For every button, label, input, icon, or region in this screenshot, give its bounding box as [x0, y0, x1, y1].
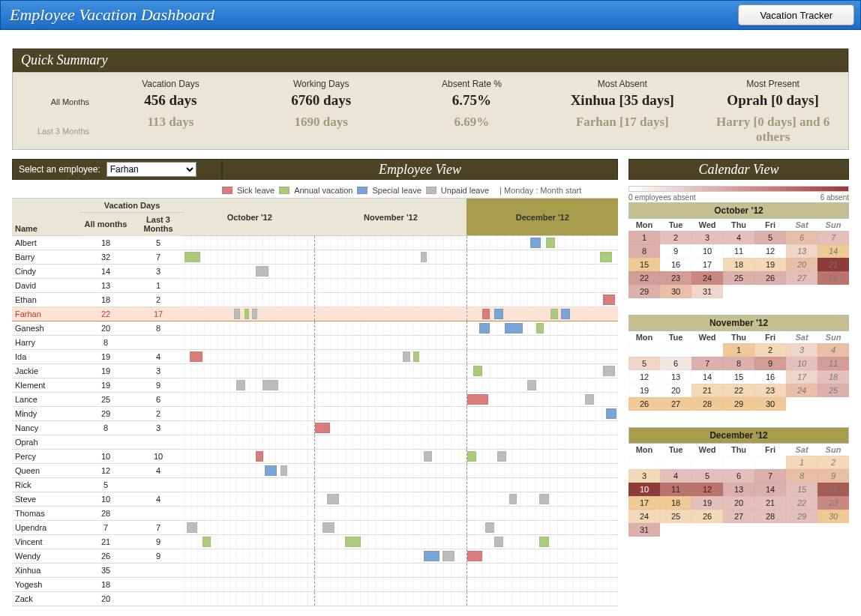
calendar-day[interactable]: 14	[754, 483, 786, 496]
employee-row[interactable]: Yogesh18	[12, 578, 618, 592]
calendar-day[interactable]: 9	[660, 244, 692, 258]
calendar-day[interactable]: 4	[723, 231, 754, 244]
calendar-day[interactable]: 27	[723, 510, 754, 523]
calendar-day[interactable]: 14	[818, 244, 849, 258]
calendar-day[interactable]: 3	[692, 231, 723, 244]
calendar-day[interactable]: 3	[628, 469, 660, 483]
calendar-day[interactable]: 16	[818, 483, 849, 496]
calendar-day[interactable]: 10	[692, 244, 723, 258]
calendar-day[interactable]: 5	[628, 357, 660, 370]
calendar-day[interactable]: 7	[692, 357, 723, 370]
calendar-day[interactable]: 8	[723, 357, 754, 370]
calendar-day[interactable]: 16	[660, 258, 692, 271]
calendar-day[interactable]: 19	[754, 258, 786, 271]
calendar-day[interactable]: 12	[754, 244, 786, 258]
calendar-day[interactable]: 18	[660, 496, 692, 510]
employee-select[interactable]: AlbertBarryCindyDavidEthanFarhanGaneshHa…	[106, 162, 196, 177]
calendar-day[interactable]: 29	[786, 510, 818, 523]
calendar-day[interactable]: 5	[692, 469, 723, 483]
calendar-day[interactable]: 7	[754, 469, 786, 483]
calendar-day[interactable]: 22	[723, 384, 754, 397]
calendar-day[interactable]: 10	[786, 357, 818, 370]
calendar-day[interactable]: 21	[754, 496, 786, 510]
calendar-day[interactable]: 29	[628, 285, 660, 298]
employee-row[interactable]: Ethan182	[12, 293, 618, 307]
calendar-day[interactable]: 30	[660, 285, 692, 298]
calendar-day[interactable]: 21	[692, 384, 723, 397]
employee-row[interactable]: David131	[12, 279, 618, 293]
calendar-day[interactable]: 13	[786, 244, 818, 258]
calendar-day[interactable]: 25	[818, 384, 849, 397]
employee-row[interactable]: Wendy269	[12, 549, 618, 564]
calendar-day[interactable]: 15	[786, 483, 818, 496]
calendar-day[interactable]: 30	[818, 510, 849, 523]
calendar-day[interactable]: 25	[660, 510, 692, 523]
calendar-day[interactable]: 1	[786, 456, 818, 469]
calendar-day[interactable]: 10	[628, 483, 660, 496]
employee-row[interactable]: Ganesh208	[12, 321, 618, 336]
calendar-day[interactable]: 17	[628, 496, 660, 510]
calendar-day[interactable]: 26	[628, 397, 660, 411]
employee-row[interactable]: Zack20	[12, 592, 618, 606]
calendar-day[interactable]: 4	[818, 343, 849, 357]
vacation-tracker-button[interactable]: Vacation Tracker	[738, 4, 854, 25]
calendar-day[interactable]: 14	[692, 370, 723, 384]
calendar-day[interactable]: 2	[818, 456, 849, 469]
calendar-day[interactable]: 19	[692, 496, 723, 510]
calendar-day[interactable]: 25	[723, 271, 754, 285]
calendar-day[interactable]: 19	[628, 384, 660, 397]
employee-row[interactable]: Upendra77	[12, 521, 618, 535]
calendar-day[interactable]: 31	[628, 523, 660, 537]
employee-row[interactable]: Harry8	[12, 336, 618, 350]
calendar-day[interactable]: 1	[628, 231, 660, 244]
calendar-day[interactable]: 9	[754, 357, 786, 370]
employee-row[interactable]: Percy1010	[12, 450, 618, 464]
calendar-day[interactable]: 17	[786, 370, 818, 384]
employee-row[interactable]: Queen124	[12, 464, 618, 478]
employee-row[interactable]: Barry327	[12, 250, 618, 265]
employee-row[interactable]: Rick5	[12, 478, 618, 492]
calendar-day[interactable]: 2	[754, 343, 786, 357]
calendar-day[interactable]: 24	[786, 384, 818, 397]
employee-row[interactable]: Vincent219	[12, 535, 618, 549]
calendar-day[interactable]: 8	[628, 244, 660, 258]
calendar-day[interactable]: 9	[818, 469, 849, 483]
calendar-day[interactable]: 11	[660, 483, 692, 496]
calendar-day[interactable]: 22	[786, 496, 818, 510]
calendar-day[interactable]: 23	[818, 496, 849, 510]
calendar-day[interactable]: 15	[628, 258, 660, 271]
calendar-day[interactable]: 6	[786, 231, 818, 244]
calendar-day[interactable]: 30	[754, 397, 786, 411]
employee-row[interactable]: Albert185	[12, 236, 618, 250]
calendar-day[interactable]: 12	[628, 370, 660, 384]
calendar-day[interactable]: 20	[786, 258, 818, 271]
employee-row[interactable]: Xinhua35	[12, 564, 618, 578]
calendar-day[interactable]: 24	[628, 510, 660, 523]
calendar-day[interactable]: 16	[754, 370, 786, 384]
calendar-day[interactable]: 7	[818, 231, 849, 244]
employee-row[interactable]: Steve104	[12, 492, 618, 507]
calendar-day[interactable]: 28	[754, 510, 786, 523]
calendar-day[interactable]: 27	[660, 397, 692, 411]
calendar-day[interactable]: 21	[818, 258, 849, 271]
calendar-day[interactable]: 20	[723, 496, 754, 510]
calendar-day[interactable]: 13	[660, 370, 692, 384]
employee-row[interactable]: Nancy83	[12, 421, 618, 435]
calendar-day[interactable]: 1	[723, 343, 754, 357]
employee-row[interactable]: Jackie193	[12, 364, 618, 378]
calendar-day[interactable]: 12	[692, 483, 723, 496]
calendar-day[interactable]: 3	[786, 343, 818, 357]
calendar-day[interactable]: 11	[723, 244, 754, 258]
employee-row[interactable]: Thomas28	[12, 507, 618, 521]
calendar-day[interactable]: 23	[660, 271, 692, 285]
calendar-day[interactable]: 26	[754, 271, 786, 285]
employee-row[interactable]: Cindy143	[12, 265, 618, 279]
calendar-day[interactable]: 17	[692, 258, 723, 271]
calendar-day[interactable]: 15	[723, 370, 754, 384]
employee-row[interactable]: Farhan2217	[12, 307, 618, 321]
calendar-day[interactable]: 4	[660, 469, 692, 483]
calendar-day[interactable]: 8	[786, 469, 818, 483]
employee-row[interactable]: Ida194	[12, 350, 618, 364]
calendar-day[interactable]: 22	[628, 271, 660, 285]
calendar-day[interactable]: 6	[723, 469, 754, 483]
